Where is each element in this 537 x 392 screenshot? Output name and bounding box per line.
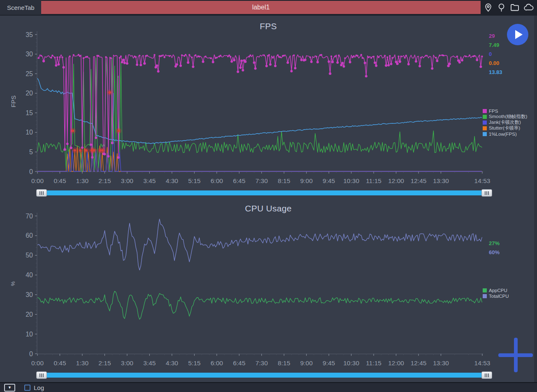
log-checkbox[interactable]	[24, 385, 30, 391]
series-marker	[253, 61, 256, 64]
series-marker	[146, 55, 148, 56]
series-marker	[57, 63, 60, 65]
x-tick-label: 10:30	[343, 360, 359, 366]
series-marker	[425, 55, 427, 56]
series-marker	[375, 65, 377, 67]
pin-icon[interactable]	[497, 3, 506, 12]
series-marker	[349, 61, 351, 63]
series-Jank(卡顿次数)	[37, 93, 482, 172]
series-marker	[50, 57, 52, 58]
map-pin-icon[interactable]	[484, 3, 493, 12]
top-bar: SceneTab label1	[0, 0, 537, 15]
x-tick-label: 6:00	[211, 360, 223, 366]
x-tick-label: 0:45	[53, 177, 66, 184]
x-tick-label: 3:00	[121, 360, 134, 366]
series-marker	[176, 63, 178, 66]
alert-marker	[93, 149, 95, 151]
series-marker	[329, 72, 331, 75]
series-marker	[344, 57, 346, 59]
fps-y-axis-name: FPS	[10, 95, 17, 107]
series-marker	[105, 56, 107, 58]
cloud-icon[interactable]	[523, 2, 534, 12]
series-marker	[263, 54, 265, 56]
legend-item-stutter[interactable]: Stutter(卡顿率)	[483, 126, 527, 131]
x-tick-label: 9:00	[300, 177, 313, 184]
readout-jank: 0	[489, 51, 502, 57]
play-button[interactable]	[507, 24, 528, 45]
series-marker	[83, 57, 84, 59]
fps-scrollbar-right-handle[interactable]	[481, 189, 492, 197]
series-marker	[389, 55, 391, 57]
series-marker	[51, 55, 53, 56]
legend-item-fps[interactable]: FPS	[483, 109, 527, 114]
cpu-scrollbar-right-handle[interactable]	[481, 371, 492, 379]
series-marker	[343, 65, 345, 67]
series-marker	[384, 55, 386, 56]
fps-scrollbar-track[interactable]	[47, 190, 481, 195]
cpu-scrollbar-left-handle[interactable]	[36, 371, 47, 379]
y-tick-label: 20	[26, 90, 33, 97]
series-marker	[40, 55, 42, 56]
cpu-scrollbar-track[interactable]	[47, 373, 481, 378]
series-marker	[341, 62, 344, 64]
series-marker	[283, 55, 285, 56]
series-marker	[399, 60, 401, 63]
series-marker	[279, 56, 281, 58]
series-marker	[400, 56, 402, 57]
series-marker	[230, 56, 231, 58]
series-marker	[64, 148, 66, 151]
series-marker	[98, 55, 99, 57]
legend-swatch-fps	[483, 109, 487, 113]
readout-appcpu: 27%	[489, 240, 500, 246]
x-tick-label: 0:45	[53, 360, 66, 366]
tab-scene-label: SceneTab	[7, 4, 35, 11]
series-marker	[461, 59, 463, 62]
series-marker	[95, 137, 97, 139]
x-tick-label: 3:45	[143, 177, 156, 184]
series-marker	[277, 54, 279, 56]
chevron-down-icon: ▼	[8, 386, 12, 390]
series-marker	[338, 55, 339, 56]
series-marker	[385, 65, 387, 66]
series-marker	[237, 71, 239, 73]
series-marker	[362, 57, 363, 59]
series-marker	[272, 57, 274, 58]
x-tick-label: 6:45	[233, 177, 245, 184]
series-marker	[431, 67, 433, 70]
legend-item-smooth[interactable]: Smooth(稳帧指数)	[483, 114, 527, 119]
legend-item-totalcpu[interactable]: TotalCPU	[483, 294, 509, 299]
series-marker	[59, 56, 60, 58]
cpu-readouts: 27% 60%	[489, 240, 500, 255]
x-tick-label: 4:30	[166, 360, 179, 366]
series-marker	[294, 67, 296, 70]
x-tick-label: 12:00	[388, 360, 404, 366]
scene-title-bar[interactable]: label1	[41, 1, 481, 14]
series-marker	[38, 57, 40, 59]
series-marker	[110, 57, 112, 59]
series-marker	[456, 56, 458, 57]
series-marker	[287, 62, 288, 63]
series-marker	[54, 57, 56, 58]
expand-log-button[interactable]: ▼	[4, 384, 15, 392]
series-marker	[415, 60, 417, 63]
x-tick-label: 2:15	[98, 360, 111, 366]
legend-item-jank[interactable]: Jank(卡顿次数)	[483, 120, 527, 125]
tab-scene[interactable]: SceneTab	[0, 0, 41, 15]
alert-marker	[117, 130, 120, 132]
series-marker	[243, 60, 245, 61]
series-marker	[316, 56, 317, 57]
series-marker	[139, 55, 140, 56]
readout-totalcpu: 60%	[489, 249, 500, 255]
x-tick-label: 3:45	[143, 360, 156, 366]
x-tick-label: 8:15	[278, 360, 290, 366]
series-marker	[212, 61, 214, 63]
cpu-time-scrollbar	[36, 371, 492, 379]
fps-scrollbar-left-handle[interactable]	[36, 189, 47, 197]
x-tick-label: 11:15	[366, 177, 381, 184]
legend-item-1pct-low[interactable]: 1%Low(FPS)	[483, 132, 527, 137]
legend-item-appcpu[interactable]: AppCPU	[483, 288, 509, 293]
add-chart-button[interactable]	[498, 338, 533, 372]
series-marker	[135, 56, 137, 58]
folder-icon[interactable]	[510, 2, 520, 12]
series-marker	[274, 65, 276, 67]
